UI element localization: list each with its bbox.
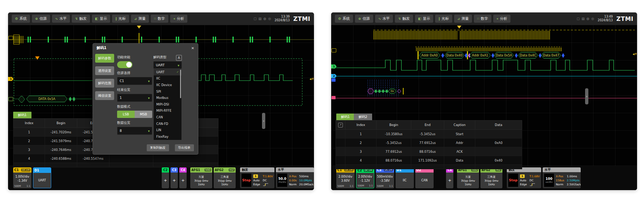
source-icon: ⊕ <box>35 17 38 21</box>
menu-label: 光标 <box>442 16 449 21</box>
table-row[interactable]: 377.6912us88.0716usACK <box>336 147 522 156</box>
option-flexray[interactable]: FlexRay <box>154 133 181 140</box>
horizontal-section[interactable]: 水平 100us/div X-Pos1.00ms 158us2.50Mpts N… <box>543 167 581 188</box>
option-iic[interactable]: IIC <box>154 75 181 82</box>
trigger-icon: ↯ <box>398 17 401 21</box>
export-report-button[interactable]: 导出报表 <box>175 144 194 151</box>
menu-item-horizontal[interactable]: ∿水平 <box>52 15 70 23</box>
menu-label: 触发 <box>402 16 410 21</box>
table-row[interactable]: 1-10.3580us-5.3452usStart <box>336 130 522 138</box>
menu-item-source[interactable]: ⊕信源 <box>32 15 50 23</box>
tab-decode-range[interactable]: 解码范围 <box>95 79 114 88</box>
tab-decode-params[interactable]: 解码参数 <box>95 54 114 63</box>
channel-chip-d1[interactable]: D1 UART <box>33 167 51 188</box>
keyboard-button[interactable]: A <box>176 55 182 61</box>
option-can[interactable]: CAN <box>154 114 181 121</box>
channel-chip-c2-collapsed[interactable]: C2 + <box>162 167 169 188</box>
tab-threshold-settings[interactable]: 阈值设置 <box>95 91 114 100</box>
export-table-icon[interactable]: ↗ <box>338 123 343 127</box>
horizontal-section[interactable]: 水平 50.0ms/div X-Pos500ms 0.00s10.0Mpts N… <box>276 167 314 188</box>
trigger-section[interactable]: 触发 Stop 1T:1.68V AutoDC Edge <box>507 167 541 188</box>
menu-item-analyze[interactable]: ⌖分析 <box>170 15 187 23</box>
option-uart[interactable]: UART✓ <box>154 69 181 75</box>
decode-table-tab[interactable]: 解码1 <box>13 112 31 118</box>
option-iic-device[interactable]: IIC Device <box>154 82 181 88</box>
table-header: ↗ IndexBeginEndCaptionData <box>336 121 522 130</box>
copy-to-trigger-button[interactable]: 复制到触发 <box>147 144 169 151</box>
table-row[interactable]: 4-240.6588ms-240.5547ms <box>14 154 218 163</box>
timebase-scale: 50.0 <box>278 177 286 181</box>
dropdown-scrollbar[interactable] <box>180 70 181 98</box>
menu-item-cursor[interactable]: ∥光标 <box>435 15 452 23</box>
channel-chip-d2[interactable]: D2 CAN <box>415 167 434 188</box>
side-panel-handle[interactable]: › <box>262 113 265 129</box>
tab-general-settings[interactable]: 通用设置 <box>95 66 114 75</box>
option-lin[interactable]: LIN <box>154 127 181 133</box>
decode-type-select[interactable]: UART▼ <box>153 61 182 69</box>
decode-bubble-data: Data 0x47 <box>541 52 561 59</box>
math-icon: ∷ <box>477 17 479 21</box>
wave-icon: ∿ <box>378 17 381 21</box>
option-mipi-rffe[interactable]: MIPI-RFFE <box>154 108 181 114</box>
option-modbus[interactable]: Modbus <box>154 95 181 101</box>
menu-label: 数学 <box>481 16 488 21</box>
menu-item-trigger[interactable]: ↯触发 <box>395 15 413 23</box>
coupling-badge: DC1M <box>364 169 373 172</box>
menu-item-display[interactable]: ◧显示 <box>415 15 434 23</box>
menu-item-display[interactable]: ◧显示 <box>92 15 111 23</box>
menu-item-source[interactable]: ⊕信源 <box>355 15 373 23</box>
decode1-table-tab[interactable]: 解码1 <box>336 114 355 120</box>
display-icon: ◧ <box>95 17 98 21</box>
menu-item-measure[interactable]: ⊿测量 <box>454 15 472 23</box>
channel-chip-c3-collapsed[interactable]: C3 + <box>171 167 178 188</box>
enable-toggle[interactable] <box>117 61 132 68</box>
menu-item-analyze[interactable]: ⌖分析 <box>493 15 510 23</box>
source-select[interactable]: C1▼ <box>117 77 152 85</box>
channel-chip-c3[interactable]: C3DC1M 500mV/div-3.58V 500M1:1 <box>376 167 394 188</box>
msb-button[interactable]: MSB <box>135 111 152 118</box>
channel-chip-c4-collapsed[interactable]: C4 + <box>446 167 453 188</box>
channel-chip-d1[interactable]: D1 IIC <box>396 167 414 188</box>
chevron-down-icon: ▼ <box>177 64 179 67</box>
decode-bubble-addr: Addr 0xA1 <box>469 52 491 59</box>
databits-select[interactable]: 8▼ <box>117 127 152 135</box>
side-panel-handle[interactable]: › <box>585 88 588 104</box>
menu-item-math[interactable]: ∷数学 <box>474 15 491 23</box>
channel-chip-c4-collapsed[interactable]: C4 + <box>179 167 187 188</box>
lsb-button[interactable]: LSB <box>117 111 135 118</box>
option-can-fd[interactable]: CAN-FD <box>154 121 181 127</box>
plus-icon: + <box>162 173 169 188</box>
menu-label: 测量 <box>138 16 146 21</box>
can-bus-marker <box>332 96 336 99</box>
menu-item-system[interactable]: ⚙系统 <box>12 15 30 23</box>
channel-chip-c1[interactable]: C1DC1M 2.00V/div3.60V 500M1:1 <box>336 167 355 188</box>
menu-label: 显示 <box>100 16 107 21</box>
menu-item-math[interactable]: ∷数学 <box>151 15 168 23</box>
menu-item-cursor[interactable]: ∥光标 <box>112 15 129 23</box>
menu-item-trigger[interactable]: ↯触发 <box>72 15 90 23</box>
menu-item-horizontal[interactable]: ∿水平 <box>375 15 393 23</box>
close-icon[interactable]: ✕ <box>191 46 194 50</box>
option-spi[interactable]: SPI <box>154 88 181 95</box>
dialog-fields: 功能使能 信源选择 C1▼ 结束位宽 1▼ 数据模式 LSB MSB 数据位宽 … <box>117 52 152 135</box>
trigger-icon: ↯ <box>75 17 78 21</box>
option-mipi-dsi[interactable]: MIPI-DSI <box>154 101 181 108</box>
decode2-table-tab[interactable]: 解码2 <box>354 114 372 120</box>
chevron-down-icon: ▼ <box>148 97 150 99</box>
afg2-chip[interactable]: AFG2HiZ 三角波3Vpp 0mv1kHz <box>214 167 236 188</box>
afg2-chip[interactable]: AFG2HiZ 三角波3Vpp 0mv1kHz <box>480 167 502 188</box>
datamode-label: 数据模式 <box>117 104 152 109</box>
table-row[interactable]: 488.0716us171.1092usData0x40 <box>336 156 522 165</box>
channel-chip-c2[interactable]: C2DC1M 2.00V/div-1.12V 500M1:1 <box>356 167 374 188</box>
menu-label: 信源 <box>40 16 47 21</box>
check-icon: ✓ <box>176 70 179 74</box>
afg1-chip[interactable]: AFG150Ω 方波3Vpp 0mv1kHz <box>190 167 212 188</box>
menu-item-measure[interactable]: ⊿测量 <box>131 15 149 23</box>
brand-logo: ZTMI <box>293 15 310 22</box>
channel-chip-c1[interactable]: C1DC1M 1.00V/div-1.34V 500M1:1 <box>13 167 31 188</box>
trigger-section[interactable]: 触发 Stop 1T:1.80V AutoDC Edge <box>240 167 274 188</box>
stopbits-select[interactable]: 1▼ <box>117 94 152 102</box>
afg1-chip[interactable]: AFG150Ω 方波3Vpp 0mv1kHz <box>457 167 479 188</box>
menu-bar-right: ⚙系统 ⊕信源 ∿水平 ↯触发 ◧显示 ∥光标 ⊿测量 ∷数学 ⌖分析 ▢▤◍◎… <box>331 12 637 25</box>
table-row[interactable]: 2-5.3452us77.6912usAddr0xA0 <box>336 138 522 147</box>
